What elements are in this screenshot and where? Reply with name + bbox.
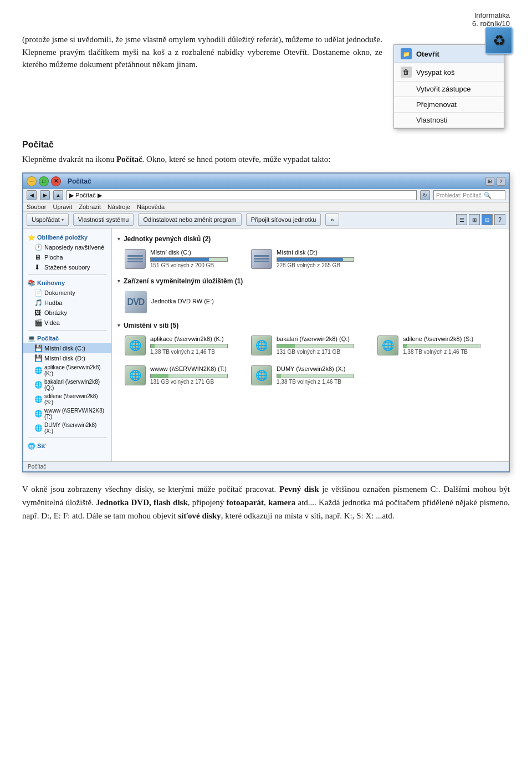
d-drive-icon: 💾 [34, 354, 42, 362]
help-icon[interactable]: ? [497, 177, 505, 186]
sidebar-divider-3 [28, 438, 107, 438]
help-button[interactable]: ? [494, 214, 505, 225]
organize-button[interactable]: Uspořádat ▾ [27, 213, 69, 226]
system-properties-button[interactable]: Vlastnosti systému [73, 213, 134, 226]
explorer-statusbar: Počítač [23, 461, 509, 471]
forward-button[interactable]: ▶ [40, 190, 50, 200]
k-drive-icon: 🌐 [34, 367, 42, 374]
close-button[interactable]: ✕ [51, 176, 61, 186]
net-s-icon: 🌐 [377, 335, 398, 355]
sidebar-item-videos[interactable]: 🎬 Videa [23, 318, 111, 328]
sidebar-item-pictures[interactable]: 🖼 Obrázky [23, 308, 111, 318]
sidebar-divider-2 [28, 330, 107, 330]
footer-text: V okně jsou zobrazeny všechny disky, se … [22, 482, 510, 522]
connect-network-button[interactable]: Připojit síťovou jednotku [246, 213, 321, 226]
sidebar-item-desktop[interactable]: 🖥 Plocha [23, 252, 111, 262]
drive-k-bar [150, 344, 228, 348]
menu-zobrazit[interactable]: Zobrazit [79, 204, 101, 210]
sidebar-item-k-drive[interactable]: 🌐 aplikace (\\servwin2k8) (K:) [23, 363, 111, 378]
pocitac-heading: Počítač [22, 140, 510, 150]
net-k-icon: 🌐 [125, 335, 146, 355]
explorer-titlebar: ─ □ ✕ Počítač ⊞ ? [23, 174, 509, 189]
sidebar-computer-header: 💻 Počítač [23, 333, 111, 343]
removable-header: Zařízení s vyměnitelným úložištěm (1) [116, 277, 504, 285]
organize-arrow: ▾ [62, 217, 64, 222]
sidebar-item-q-drive[interactable]: 🌐 bakalari (\\servwin2k8) (Q:) [23, 378, 111, 392]
minimize-button[interactable]: ─ [27, 176, 37, 186]
drive-d-info: Místní disk (D:) 228 GB volných z 265 GB [277, 249, 367, 268]
view-buttons: ☰ ⊞ ⊟ ? [456, 214, 505, 225]
menu-upravit[interactable]: Upravit [53, 204, 72, 210]
hdd-d-icon [251, 249, 272, 269]
drive-item-dvd[interactable]: DVD Jednotka DVD RW (E:) [122, 288, 244, 316]
drive-item-t[interactable]: 🌐 wwww (\\SERVWIN2K8) (T:) 131 GB volnýc… [122, 363, 244, 388]
sidebar-item-x-drive[interactable]: 🌐 DUMY (\\servwin2k8) (X:) [23, 421, 111, 435]
menu-napoveda[interactable]: Nápověda [137, 204, 165, 210]
list-view-button[interactable]: ☰ [456, 214, 467, 225]
header-line1: Informatika [474, 11, 510, 19]
drive-q-fill [277, 344, 295, 348]
sidebar-item-recent[interactable]: 🕐 Naposledy navštívené [23, 242, 111, 252]
details-view-button[interactable]: ⊟ [482, 214, 493, 225]
drive-k-fill [151, 344, 155, 348]
open-icon: 📁 [401, 48, 412, 59]
titlebar-right: ⊞ ? [485, 177, 505, 186]
address-path[interactable]: ▶ Počítač ▶ [66, 190, 417, 200]
menu-soubor[interactable]: Soubor [27, 204, 46, 210]
s-drive-icon: 🌐 [34, 395, 42, 403]
sidebar-item-documents[interactable]: 📄 Dokumenty [23, 288, 111, 298]
sidebar-favorites-header: ⭐ Oblíbené položky [23, 232, 111, 242]
drive-d-bar [277, 257, 354, 262]
hdd-c-icon [125, 249, 146, 269]
explorer-main: Jednotky pevných disků (2) Místní disk (… [112, 228, 509, 461]
drive-k-info: aplikace (\\servwin2k8) (K:) 1,38 TB vol… [150, 335, 241, 355]
tile-view-button[interactable]: ⊞ [469, 214, 480, 225]
intro-section: (protože jsme si uvědomili, že jsme vlas… [22, 33, 510, 129]
drive-item-x[interactable]: 🌐 DUMY (\\servwin2k8) (X:) 1,38 TB volný… [248, 363, 370, 388]
drive-item-c[interactable]: Místní disk (C:) 151 GB volných z 200 GB [122, 246, 244, 272]
page-header: Informatika 6. ročník/10 [22, 11, 510, 28]
explorer-window: ─ □ ✕ Počítač ⊞ ? ◀ ▶ ▲ ▶ Počítač ▶ ↻ Pr… [22, 172, 510, 472]
context-menu-screenshot: 📁 Otevřít 🗑 Vysypat koš Vytvořit zástupc… [393, 33, 510, 129]
sidebar-item-t-drive[interactable]: 🌐 wwww (\\SERVWIN2K8) (T:) [23, 406, 111, 421]
drive-item-q[interactable]: 🌐 bakalari (\\servwin2k8) (Q:) 131 GB vo… [248, 333, 370, 358]
drive-x-bar [277, 374, 354, 378]
t-drive-icon: 🌐 [34, 410, 42, 418]
drive-item-d[interactable]: Místní disk (D:) 228 GB volných z 265 GB [248, 246, 370, 272]
search-icon: 🔍 [484, 192, 492, 199]
recent-icon: 🕐 [34, 243, 42, 251]
drive-c-fill [151, 258, 209, 261]
net-t-icon: 🌐 [125, 365, 146, 385]
net-x-icon: 🌐 [251, 365, 272, 385]
pictures-icon: 🖼 [34, 309, 42, 317]
sidebar-item-d-drive[interactable]: 💾 Místní disk (D:) [23, 353, 111, 363]
music-icon: 🎵 [34, 299, 42, 307]
drive-s-bar [403, 344, 480, 348]
hard-drives-grid: Místní disk (C:) 151 GB volných z 200 GB [116, 246, 504, 272]
c-drive-icon: 💾 [34, 344, 42, 352]
drive-c-bar [150, 257, 228, 262]
sidebar-item-s-drive[interactable]: 🌐 sdilene (\\servwin2k8) (S:) [23, 392, 111, 406]
menu-item-rename: Přejmenovat [394, 97, 504, 113]
drive-x-fill [277, 374, 281, 378]
uninstall-button[interactable]: Odinstalovat nebo změnit program [138, 213, 241, 226]
context-menu: 📁 Otevřít 🗑 Vysypat koš Vytvořit zástupc… [393, 44, 504, 129]
drive-t-bar [150, 374, 228, 378]
drive-s-fill [403, 344, 407, 348]
drive-item-k[interactable]: 🌐 aplikace (\\servwin2k8) (K:) 1,38 TB v… [122, 333, 244, 358]
sidebar-libraries-header: 📚 Knihovny [23, 277, 111, 288]
maximize-button[interactable]: □ [39, 176, 49, 186]
refresh-button[interactable]: ↻ [420, 190, 430, 200]
address-bar: ◀ ▶ ▲ ▶ Počítač ▶ ↻ Prohledat: Počítač 🔍 [23, 189, 509, 202]
view-icon[interactable]: ⊞ [485, 177, 494, 186]
sidebar-item-downloads[interactable]: ⬇ Stažené soubory [23, 262, 111, 272]
menu-nastroje[interactable]: Nástroje [108, 204, 130, 210]
drive-item-s[interactable]: 🌐 sdilene (\\servwin2k8) (S:) 1,38 TB vo… [375, 333, 497, 358]
search-box[interactable]: Prohledat: Počítač 🔍 [433, 190, 505, 200]
dvd-info: Jednotka DVD RW (E:) [151, 298, 241, 306]
sidebar-item-music[interactable]: 🎵 Hudba [23, 298, 111, 308]
more-button[interactable]: » [325, 213, 339, 226]
up-button[interactable]: ▲ [53, 190, 63, 200]
back-button[interactable]: ◀ [27, 190, 37, 200]
sidebar-item-c-drive[interactable]: 💾 Místní disk (C:) [23, 343, 111, 353]
